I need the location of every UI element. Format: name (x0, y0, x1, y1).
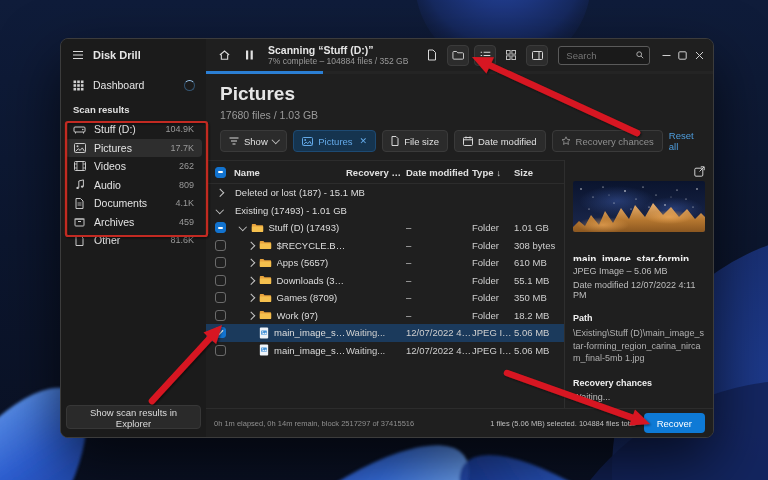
sidebar-item-pictures[interactable]: Pictures17.7K (65, 139, 202, 158)
recovery-chances-filter-button[interactable]: Recovery chances (552, 130, 663, 152)
remove-filter-icon[interactable]: ✕ (360, 136, 368, 146)
group-row-label: Deleted or lost (187) - 15.1 MB (235, 187, 365, 198)
search-input[interactable] (564, 49, 633, 62)
search-box[interactable] (558, 46, 650, 65)
pause-scan-icon[interactable] (239, 46, 259, 65)
row-checkbox[interactable] (215, 240, 226, 251)
row-checkbox-cell[interactable] (206, 345, 234, 356)
sidebar-item-label: Archives (94, 216, 134, 228)
show-filter-button[interactable]: Show (220, 130, 287, 152)
reset-all-link[interactable]: Reset all (669, 130, 699, 152)
table-row[interactable]: main_image_star-fo...Waiting...12/07/202… (206, 324, 564, 342)
size-column-header[interactable]: Size (514, 167, 564, 178)
type-column-header[interactable]: Type↓ (472, 167, 514, 178)
preview-recovery-chances-value: Waiting... (573, 392, 705, 402)
sidebar-item-documents[interactable]: Documents4.1K (65, 194, 202, 213)
preview-filename: main_image_star-forming_r... (573, 254, 705, 261)
selection-status: 1 files (5.06 MB) selected. 104884 files… (490, 419, 636, 428)
row-size-cell: 308 bytes (514, 240, 564, 251)
file-name: Games (8709) (277, 292, 338, 303)
row-checkbox-cell[interactable] (206, 275, 234, 286)
close-button[interactable] (693, 51, 705, 60)
table-row[interactable]: Downloads (3026)–Folder55.1 MB (206, 272, 564, 290)
row-checkbox-cell[interactable] (206, 292, 234, 303)
file-name: $RECYCLE.BIN (2) (277, 240, 347, 251)
row-date-modified-cell: – (406, 275, 472, 286)
date-modified-filter-button[interactable]: Date modified (454, 130, 546, 152)
open-preview-external-icon[interactable] (694, 166, 705, 177)
sidebar-item-archives[interactable]: Archives459 (65, 213, 202, 232)
table-row[interactable]: Stuff (D) (17493)–Folder1.01 GB (206, 219, 564, 237)
chevron-right-icon[interactable] (216, 189, 224, 197)
list-view-icon[interactable] (474, 45, 496, 66)
row-checkbox[interactable] (215, 257, 226, 268)
folder-view-icon[interactable] (447, 45, 469, 66)
group-chevron-cell[interactable] (206, 190, 234, 196)
row-checkbox[interactable] (215, 310, 226, 321)
pictures-filter-chip[interactable]: Pictures ✕ (293, 130, 376, 152)
row-size-cell: 55.1 MB (514, 275, 564, 286)
recover-button[interactable]: Recover (644, 413, 705, 433)
table-row[interactable]: Games (8709)–Folder350 MB (206, 289, 564, 307)
sidebar-scan-results-list: Stuff (D:)104.9KPictures17.7KVideos262Au… (61, 120, 206, 250)
scan-title: Scanning “Stuff (D:)” (268, 44, 408, 57)
table-row[interactable]: Deleted or lost (187) - 15.1 MB (206, 184, 564, 202)
chevron-right-icon[interactable] (247, 276, 255, 284)
date-modified-column-header[interactable]: Date modified (406, 167, 472, 178)
row-name-cell: Apps (5657) (234, 257, 346, 268)
name-column-header[interactable]: Name (234, 167, 346, 178)
grid-view-icon[interactable] (501, 46, 521, 65)
file-name: Apps (5657) (277, 257, 329, 268)
sidebar-item-dashboard[interactable]: Dashboard (65, 74, 202, 96)
recovery-chances-label: Recovery chances (576, 136, 654, 147)
row-name-cell: Games (8709) (234, 292, 346, 303)
minimize-button[interactable] (660, 51, 672, 60)
chevron-right-icon[interactable] (247, 311, 255, 319)
select-all-checkbox[interactable] (215, 167, 226, 178)
group-chevron-cell[interactable] (206, 209, 234, 213)
row-type-cell: Folder (472, 222, 514, 233)
select-all-cell[interactable] (206, 167, 234, 178)
chevron-down-icon[interactable] (239, 223, 247, 231)
recovery-chances-column-header[interactable]: Recovery chances (346, 167, 406, 178)
chevron-right-icon[interactable] (247, 241, 255, 249)
sidebar-item-videos[interactable]: Videos262 (65, 157, 202, 176)
hamburger-menu-icon[interactable] (72, 50, 84, 60)
table-row[interactable]: main_image_star-fo...Waiting...12/07/202… (206, 342, 564, 360)
chevron-down-icon[interactable] (216, 205, 224, 213)
row-checkbox[interactable] (215, 275, 226, 286)
row-checkbox-cell[interactable] (206, 327, 234, 338)
sidebar-item-other[interactable]: Other81.6K (65, 231, 202, 250)
chevron-right-icon[interactable] (247, 259, 255, 267)
row-checkbox-cell[interactable] (206, 257, 234, 268)
table-row[interactable]: Work (97)–Folder18.2 MB (206, 307, 564, 325)
sidebar-item-stuff-d[interactable]: Stuff (D:)104.9K (65, 120, 202, 139)
show-scan-results-in-explorer-button[interactable]: Show scan results in Explorer (66, 405, 201, 429)
row-recovery-chances-cell: Waiting... (346, 345, 406, 356)
row-checkbox[interactable] (215, 327, 226, 338)
table-row[interactable]: $RECYCLE.BIN (2)–Folder308 bytes (206, 237, 564, 255)
row-checkbox[interactable] (215, 345, 226, 356)
sidebar-item-audio[interactable]: Audio809 (65, 176, 202, 195)
home-icon[interactable] (214, 46, 234, 65)
row-checkbox[interactable] (215, 222, 226, 233)
row-checkbox-cell[interactable] (206, 222, 234, 233)
archives-icon (73, 216, 86, 227)
folder-icon (259, 310, 272, 320)
row-checkbox[interactable] (215, 292, 226, 303)
file-name: main_image_star-fo... (274, 327, 346, 338)
row-date-modified-cell: – (406, 257, 472, 268)
pictures-icon (302, 137, 313, 146)
table-row[interactable]: Existing (17493) - 1.01 GB (206, 202, 564, 220)
new-file-icon[interactable] (422, 46, 442, 65)
file-size-filter-button[interactable]: File size (382, 130, 448, 152)
preview-panel-toggle-icon[interactable] (526, 45, 548, 66)
maximize-button[interactable] (677, 51, 689, 60)
row-size-cell: 5.06 MB (514, 327, 564, 338)
chevron-right-icon[interactable] (247, 294, 255, 302)
folder-icon (259, 240, 272, 250)
row-size-cell: 350 MB (514, 292, 564, 303)
row-checkbox-cell[interactable] (206, 310, 234, 321)
table-row[interactable]: Apps (5657)–Folder610 MB (206, 254, 564, 272)
row-checkbox-cell[interactable] (206, 240, 234, 251)
